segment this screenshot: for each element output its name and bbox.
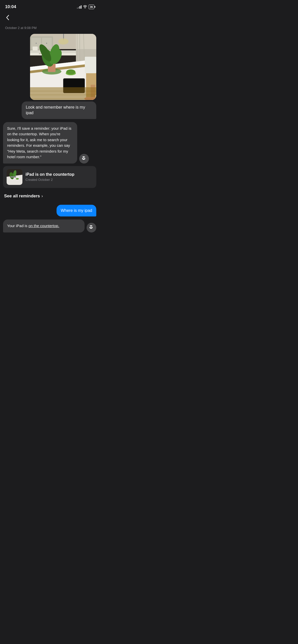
battery-indicator: 36: [89, 5, 94, 9]
chat-area: Look and remember where is my ipad Sure,…: [0, 34, 99, 235]
chevron-right-icon: ›: [42, 194, 43, 199]
svg-rect-34: [85, 57, 96, 73]
svg-point-26: [66, 69, 75, 75]
reminder-thumbnail: [7, 169, 22, 185]
back-button[interactable]: [5, 14, 10, 23]
see-all-reminders-link[interactable]: See all reminders ›: [3, 191, 44, 202]
ai-message-2: Your iPad is on the countertop.: [3, 219, 96, 232]
ai-text-bubble-1: Sure, I'll save a reminder: your iPad is…: [3, 122, 77, 164]
status-bar: 10:04 36: [0, 0, 99, 13]
reminder-info: iPad is on the countertop Created Octobe…: [25, 172, 93, 182]
share-button-2[interactable]: [87, 223, 96, 232]
user-photo-attachment[interactable]: [30, 34, 96, 100]
countertop-link[interactable]: on the countertop.: [29, 224, 59, 228]
ai-message-1: Sure, I'll save a reminder: your iPad is…: [3, 122, 96, 202]
reminder-card[interactable]: iPad is on the countertop Created Octobe…: [3, 166, 96, 188]
status-icons: 36: [77, 5, 94, 9]
status-time: 10:04: [5, 4, 16, 9]
wifi-icon: [83, 5, 87, 9]
signal-bars-icon: [77, 5, 82, 9]
ai-text-bubble-2: Your iPad is on the countertop.: [3, 219, 85, 232]
user-text-bubble-1: Look and remember where is my ipad: [22, 101, 96, 119]
user-message-1: Look and remember where is my ipad: [3, 34, 96, 119]
svg-point-36: [58, 38, 69, 45]
reminder-title: iPad is on the countertop: [25, 172, 93, 177]
header: [0, 13, 99, 25]
svg-rect-46: [10, 176, 16, 178]
svg-point-47: [16, 178, 19, 180]
svg-point-9: [36, 43, 37, 44]
reminder-date: Created October 2: [25, 178, 93, 182]
svg-rect-37: [30, 87, 96, 100]
svg-point-10: [46, 43, 47, 44]
conversation-timestamp: October 2 at 9:08 PM: [0, 25, 99, 34]
user-message-2: Where is my ipad: [3, 205, 96, 216]
ai-bubble-wrap-1: Sure, I'll save a reminder: your iPad is…: [3, 122, 89, 164]
user-text-bubble-2: Where is my ipad: [57, 205, 96, 216]
share-button-1[interactable]: [79, 154, 89, 164]
see-all-reminders-label: See all reminders: [4, 194, 40, 199]
